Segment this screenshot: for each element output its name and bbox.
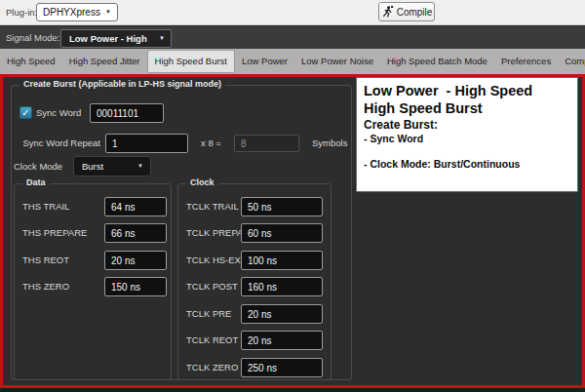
clock-mode-dropdown[interactable]: Burst ▼ — [73, 156, 151, 176]
tclk-prepare-input[interactable] — [241, 223, 323, 243]
ths-trail-input[interactable] — [104, 197, 167, 216]
tclk-trail-input[interactable] — [241, 197, 323, 216]
tclk-post-label: TCLK POST — [186, 277, 238, 296]
chevron-down-icon: ▼ — [159, 30, 165, 47]
ths-prepare-label: THS PREPARE — [22, 223, 87, 243]
tclk-reot-label: TCLK REOT — [186, 331, 238, 350]
tclk-zero-input[interactable] — [241, 358, 323, 377]
clock-mode-label: Clock Mode — [14, 156, 62, 176]
compile-button-label: Compile — [397, 7, 433, 18]
tab-low-power-noise[interactable]: Low Power Noise — [294, 49, 380, 74]
info-title-line1: Low Power - High Speed — [364, 82, 570, 99]
tab-high-speed[interactable]: High Speed — [0, 49, 62, 74]
symbols-label: Symbols — [312, 134, 347, 153]
plugin-dropdown-value: DPHYXpress — [43, 7, 100, 18]
sync-word-checkbox[interactable]: ✓ — [20, 106, 32, 119]
chevron-down-icon: ▼ — [105, 4, 111, 20]
symbols-result-input — [234, 135, 299, 152]
tab-bar: High Speed High Speed Jitter High Speed … — [0, 49, 585, 74]
clock-mode-value: Burst — [82, 161, 103, 172]
tclk-post-input[interactable] — [241, 277, 323, 296]
tclk-trail-label: TCLK TRAIL — [186, 197, 239, 216]
info-title-line2: High Speed Burst — [364, 99, 570, 117]
data-group-title: Data — [22, 177, 50, 187]
tclk-zero-label: TCLK ZERO — [186, 358, 238, 377]
ths-zero-input[interactable] — [104, 277, 167, 296]
sync-word-input[interactable] — [90, 103, 164, 123]
compile-button[interactable]: Compile — [378, 2, 435, 21]
checkbox-check-icon: ✓ — [21, 107, 29, 118]
plugin-toolbar: Plug-in: DPHYXpress ▼ Compile — [0, 0, 585, 25]
dphyxpress-window: Plug-in: DPHYXpress ▼ Compile Signal Mod… — [0, 0, 585, 392]
info-bullet-sync-word: - Sync Word — [364, 133, 570, 145]
tclk-hs-exit-input[interactable] — [241, 251, 323, 270]
signal-mode-dropdown[interactable]: Low Power - High Speed ▼ — [60, 29, 172, 48]
ths-reot-label: THS REOT — [22, 251, 69, 270]
plugin-dropdown[interactable]: DPHYXpress ▼ — [36, 3, 118, 21]
tclk-pre-input[interactable] — [241, 304, 323, 324]
ths-reot-input[interactable] — [104, 251, 167, 270]
plugin-label: Plug-in: — [6, 0, 37, 25]
tab-preferences[interactable]: Preferences — [494, 49, 558, 74]
compile-run-icon — [381, 5, 394, 19]
high-speed-burst-panel: Create Burst (Applicable in LP-HS signal… — [0, 74, 585, 388]
tab-compile-settings[interactable]: Compile Settings — [558, 49, 585, 74]
tab-low-power[interactable]: Low Power — [235, 49, 294, 74]
tclk-hs-exit-label: TCLK HS-EXIT — [186, 251, 249, 270]
tab-high-speed-batch-mode[interactable]: High Speed Batch Mode — [380, 49, 494, 74]
chevron-down-icon: ▼ — [137, 157, 143, 176]
clock-group-title: Clock — [186, 177, 218, 187]
data-group: Data THS TRAIL THS PREPARE THS REOT THS … — [14, 183, 172, 380]
ths-zero-label: THS ZERO — [22, 277, 69, 296]
tab-high-speed-burst[interactable]: High Speed Burst — [147, 50, 235, 73]
tab-high-speed-jitter[interactable]: High Speed Jitter — [62, 49, 147, 74]
ths-prepare-input[interactable] — [104, 223, 167, 243]
signal-mode-label: Signal Mode: — [6, 26, 59, 50]
clock-group: Clock TCLK TRAIL TCLK PREPARE TCLK HS-EX… — [177, 183, 332, 380]
tclk-reot-input[interactable] — [241, 331, 323, 350]
times-eight-label: x 8 = — [201, 134, 221, 153]
sync-word-repeat-input[interactable] — [105, 134, 188, 153]
info-box: Low Power - High Speed High Speed Burst … — [356, 77, 578, 192]
ths-trail-label: THS TRAIL — [22, 197, 69, 216]
create-burst-group-title: Create Burst (Applicable in LP-HS signal… — [20, 79, 225, 89]
info-bullet-clock-mode: - Clock Mode: Burst/Continuous — [364, 158, 570, 171]
signal-mode-bar: Signal Mode: Low Power - High Speed ▼ — [0, 25, 585, 49]
info-spacer — [364, 145, 570, 158]
sync-word-label: Sync Word — [36, 103, 81, 123]
tclk-pre-label: TCLK PRE — [186, 304, 231, 324]
sync-word-repeat-label: Sync Word Repeat — [22, 134, 100, 153]
info-subtitle: Create Burst: — [364, 117, 570, 133]
